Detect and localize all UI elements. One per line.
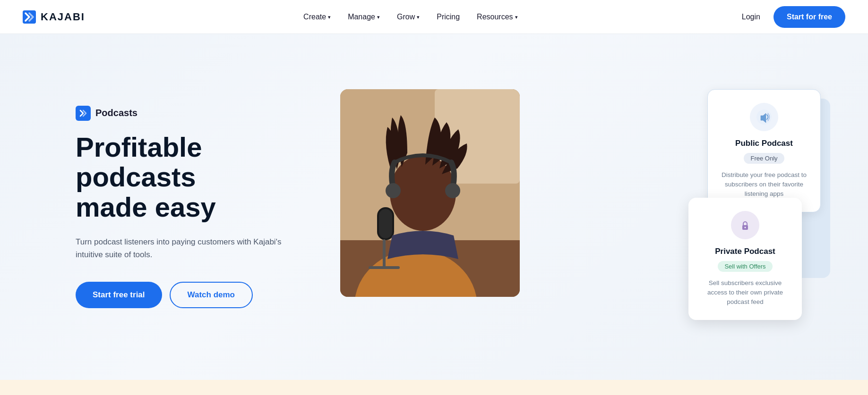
hero-content: Podcasts Profitable podcasts made easy T… <box>76 106 321 309</box>
hero-title: Profitable podcasts made easy <box>76 132 321 222</box>
login-button[interactable]: Login <box>736 9 766 25</box>
kajabi-logo-icon <box>23 10 36 24</box>
logo-text: KAJABI <box>41 11 85 23</box>
public-podcast-icon-circle <box>750 103 778 131</box>
private-podcast-title: Private Podcast <box>700 247 791 256</box>
hero-visual: Public Podcast Free Only Distribute your… <box>340 89 830 325</box>
public-podcast-badge: Free Only <box>744 153 784 164</box>
private-podcast-card: Private Podcast Sell with Offers Sell su… <box>688 198 802 320</box>
nav-resources[interactable]: Resources ▾ <box>470 9 524 25</box>
start-for-free-button[interactable]: Start for free <box>773 6 845 28</box>
hero-section: Podcasts Profitable podcasts made easy T… <box>0 34 868 380</box>
hero-badge: Podcasts <box>76 106 321 121</box>
podcasts-badge-icon <box>76 106 91 121</box>
watch-demo-button[interactable]: Watch demo <box>170 282 253 308</box>
navbar: KAJABI Create ▾ Manage ▾ Grow ▾ Pricing … <box>0 0 868 34</box>
bottom-strip <box>0 380 868 395</box>
nav-manage[interactable]: Manage ▾ <box>341 9 387 25</box>
logo[interactable]: KAJABI <box>23 10 85 24</box>
hero-subtitle: Turn podcast listeners into paying custo… <box>76 235 284 261</box>
svg-point-7 <box>445 183 460 198</box>
svg-point-15 <box>745 227 746 228</box>
podcast-host-photo <box>340 89 520 297</box>
hero-buttons: Start free trial Watch demo <box>76 282 321 308</box>
private-podcast-badge: Sell with Offers <box>718 261 772 272</box>
nav-grow[interactable]: Grow ▾ <box>390 9 426 25</box>
svg-rect-10 <box>383 239 386 268</box>
nav-pricing[interactable]: Pricing <box>430 9 466 25</box>
nav-create[interactable]: Create ▾ <box>297 9 337 25</box>
lock-icon <box>738 218 753 233</box>
start-free-trial-button[interactable]: Start free trial <box>76 282 162 308</box>
photo-inner <box>340 89 520 297</box>
speaker-icon <box>756 109 772 125</box>
svg-point-6 <box>386 183 401 198</box>
nav-actions: Login Start for free <box>736 6 845 28</box>
nav-links: Create ▾ Manage ▾ Grow ▾ Pricing Resourc… <box>297 9 524 25</box>
photo-scene-svg <box>340 89 520 297</box>
chevron-down-icon: ▾ <box>417 14 420 20</box>
chevron-down-icon: ▾ <box>377 14 380 20</box>
private-podcast-icon-circle <box>731 211 759 239</box>
public-podcast-description: Distribute your free podcast to subscrib… <box>719 170 809 199</box>
public-podcast-card: Public Podcast Free Only Distribute your… <box>707 89 821 213</box>
svg-rect-9 <box>379 209 392 238</box>
chevron-down-icon: ▾ <box>515 14 518 20</box>
svg-rect-11 <box>369 266 400 269</box>
chevron-down-icon: ▾ <box>328 14 331 20</box>
public-podcast-title: Public Podcast <box>719 139 809 148</box>
podcast-icon <box>78 109 88 118</box>
badge-label-text: Podcasts <box>95 108 138 118</box>
private-podcast-description: Sell subscribers exclusive access to the… <box>700 278 791 307</box>
